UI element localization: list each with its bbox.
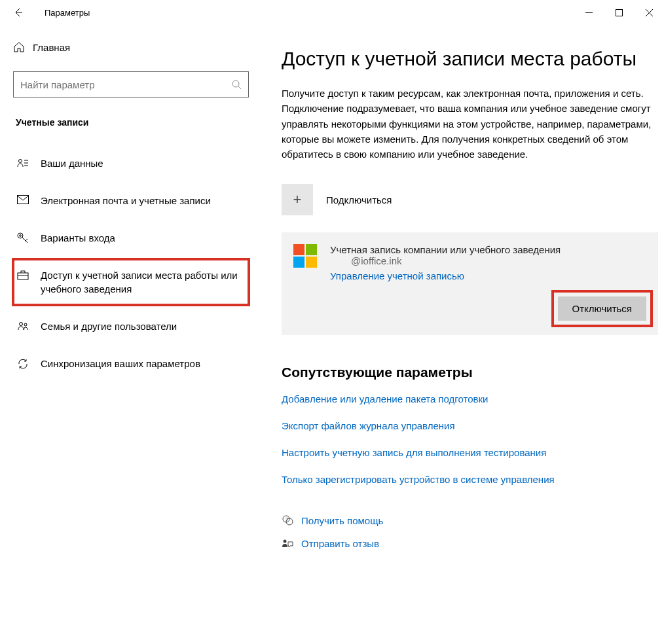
- home-label: Главная: [33, 42, 70, 53]
- titlebar: Параметры: [0, 0, 664, 25]
- account-card[interactable]: Учетная запись компании или учебного зав…: [282, 232, 658, 335]
- nav-label: Доступ к учетной записи места работы или…: [41, 268, 245, 296]
- connect-button[interactable]: + Подключиться: [282, 184, 664, 215]
- category-title: Учетные записи: [13, 117, 249, 128]
- account-title: Учетная запись компании или учебного зав…: [330, 244, 646, 255]
- svg-text:?: ?: [286, 516, 289, 522]
- microsoft-logo-icon: [293, 244, 317, 268]
- sidebar: Главная Учетные записи Ваши данные Элект…: [0, 25, 262, 644]
- close-icon: [646, 9, 653, 16]
- search-icon: [231, 79, 242, 90]
- nav-label: Ваши данные: [41, 156, 103, 170]
- home-link[interactable]: Главная: [13, 35, 249, 60]
- related-heading: Сопутствующие параметры: [282, 365, 664, 380]
- related-link-export-logs[interactable]: Экспорт файлов журнала управления: [282, 420, 664, 431]
- window-title: Параметры: [31, 8, 90, 18]
- maximize-icon: [616, 9, 623, 16]
- page-heading: Доступ к учетной записи места работы: [282, 48, 664, 70]
- svg-point-7: [20, 323, 23, 326]
- nav-item-work-access[interactable]: Доступ к учетной записи места работы или…: [13, 259, 249, 305]
- svg-point-4: [18, 233, 23, 238]
- key-icon: [17, 232, 29, 243]
- nav-label: Синхронизация ваших параметров: [41, 357, 200, 370]
- minimize-button[interactable]: [574, 2, 604, 23]
- search-input[interactable]: [20, 79, 231, 90]
- related-link-register-device[interactable]: Только зарегистрировать устройство в сис…: [282, 474, 664, 485]
- manage-account-link[interactable]: Управление учетной записью: [330, 270, 464, 281]
- svg-point-12: [284, 539, 287, 543]
- back-button[interactable]: [5, 0, 31, 25]
- feedback-link[interactable]: Отправить отзыв: [282, 538, 664, 549]
- main-content: Доступ к учетной записи места работы Пол…: [262, 25, 664, 644]
- plus-icon: +: [282, 184, 313, 215]
- minimize-icon: [585, 9, 593, 16]
- get-help-label: Получить помощь: [301, 515, 383, 526]
- person-card-icon: [17, 158, 29, 168]
- svg-point-8: [24, 323, 27, 326]
- nav-item-email[interactable]: Электронная почта и учетные записи: [13, 185, 249, 217]
- feedback-icon: [282, 539, 293, 549]
- nav-item-family[interactable]: Семья и другие пользователи: [13, 310, 249, 342]
- nav-item-signin[interactable]: Варианты входа: [13, 222, 249, 254]
- svg-rect-3: [18, 196, 29, 204]
- nav-label: Семья и другие пользователи: [41, 319, 177, 333]
- arrow-left-icon: [13, 7, 24, 18]
- search-box[interactable]: [13, 71, 249, 98]
- briefcase-icon: [17, 270, 29, 280]
- get-help-link[interactable]: ? Получить помощь: [282, 514, 664, 526]
- people-icon: [17, 321, 29, 331]
- feedback-label: Отправить отзыв: [301, 538, 379, 549]
- nav-label: Электронная почта и учетные записи: [41, 194, 211, 207]
- nav-item-your-info[interactable]: Ваши данные: [13, 147, 249, 179]
- related-link-provisioning[interactable]: Добавление или удаление пакета подготовк…: [282, 393, 664, 404]
- nav-item-sync[interactable]: Синхронизация ваших параметров: [13, 348, 249, 380]
- nav-label: Варианты входа: [41, 231, 115, 245]
- mail-icon: [17, 195, 29, 204]
- related-link-test-account[interactable]: Настроить учетную запись для выполнения …: [282, 447, 664, 458]
- svg-rect-0: [616, 9, 622, 16]
- svg-point-1: [232, 80, 239, 87]
- account-email: @ioffice.ink: [330, 255, 646, 266]
- window-controls: [574, 2, 664, 23]
- connect-label: Подключиться: [326, 194, 392, 206]
- help-icon: ?: [282, 514, 293, 526]
- home-icon: [13, 41, 25, 53]
- svg-point-2: [19, 160, 22, 163]
- svg-rect-6: [18, 273, 28, 279]
- sync-icon: [17, 358, 29, 370]
- svg-point-5: [20, 235, 22, 237]
- close-button[interactable]: [634, 2, 664, 23]
- disconnect-button[interactable]: Отключиться: [558, 296, 646, 321]
- maximize-button[interactable]: [604, 2, 634, 23]
- page-description: Получите доступ к таким ресурсам, как эл…: [282, 86, 655, 162]
